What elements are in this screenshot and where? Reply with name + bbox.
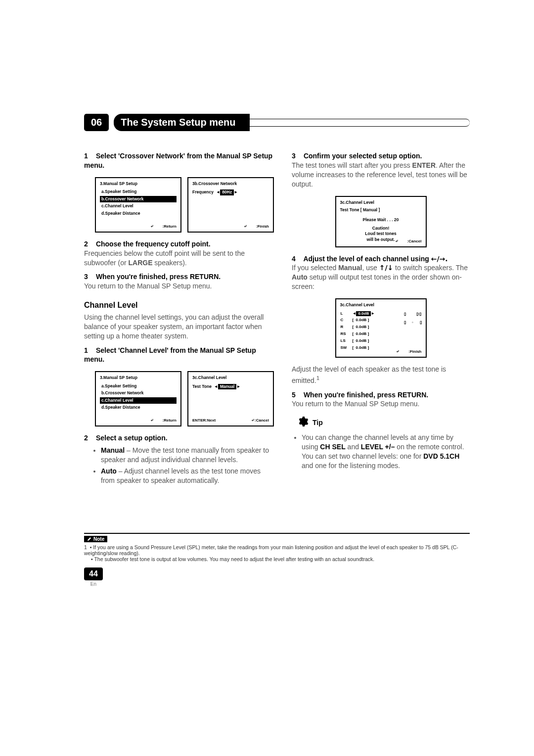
screen-title: 3.Manual SP Setup xyxy=(100,375,177,380)
footnote-line: • The subwoofer test tone is output at l… xyxy=(84,556,470,562)
step-heading: 5 When you're finished, press RETURN. xyxy=(292,390,470,400)
footer-label: ENTER:Next xyxy=(192,418,216,424)
footnote-line: 1 • If you are using a Sound Pressure Le… xyxy=(84,544,470,556)
osd-screen-crossover-network: 3b.Crossover Network Frequency ◄80Hz► ⤶:… xyxy=(187,177,274,233)
osd-screen-manual-sp-setup: 3.Manual SP Setup a.Speaker Setting b.Cr… xyxy=(95,371,181,426)
screen-title: 3c.Channel Level xyxy=(340,302,422,308)
step-title: When you're finished, press RETURN. xyxy=(304,391,428,399)
section-title: Channel Level xyxy=(84,300,274,311)
step-body: You return to the Manual SP Setup menu. xyxy=(292,399,470,409)
screen-title: 3b.Crossover Network xyxy=(192,181,269,187)
step-body: If you selected Manual, use ↑/↓ to switc… xyxy=(292,263,470,291)
step-body: You return to the Manual SP Setup menu. xyxy=(84,282,274,291)
field-label: Test Tone xyxy=(192,384,212,389)
arrow-icons: ←/→. xyxy=(431,255,448,263)
menu-item: c.Channel Level xyxy=(100,203,177,209)
return-icon: ⤶ xyxy=(150,418,154,424)
step-title: Confirm your selected setup option. xyxy=(304,152,422,160)
option-list: Manual – Move the test tone manually fro… xyxy=(84,446,274,485)
return-icon: ⤶ xyxy=(150,224,154,230)
step-heading: 2 Choose the frequency cutoff point. xyxy=(84,239,274,249)
note-label: Note xyxy=(93,536,104,542)
screen-menu: a.Speaker Setting b.Crossover Network c.… xyxy=(100,189,177,217)
note-flag: Note xyxy=(84,536,107,542)
chapter-number: 06 xyxy=(84,114,109,131)
step-heading: 1 Select 'Channel Level' from the Manual… xyxy=(84,346,274,365)
pencil-icon xyxy=(87,537,91,541)
field-value: 80Hz xyxy=(220,189,234,195)
list-item: Manual – Move the test tone manually fro… xyxy=(101,446,274,465)
page-language: En xyxy=(84,581,103,587)
step-heading: 3 When you're finished, press RETURN. xyxy=(84,272,274,282)
field-label: Frequency xyxy=(192,189,214,194)
return-icon: ⤶ xyxy=(396,349,400,355)
osd-screen-channel-levels: 3c.Channel Level L◄0.0dB► C[ 0.0dB ] R[ … xyxy=(335,298,427,358)
step-number: 3 xyxy=(84,272,94,282)
menu-item-selected: b.Crossover Network xyxy=(100,196,177,202)
table-row: RS[ 0.0dB ] xyxy=(340,331,376,337)
gear-icon xyxy=(297,416,309,430)
osd-screen-test-tone-wait: 3c.Channel Level Test Tone [ Manual ] Pl… xyxy=(335,196,427,247)
step-heading: 1 Select 'Crossover Network' from the Ma… xyxy=(84,151,274,170)
step-number: 2 xyxy=(84,433,94,443)
right-column: 3 Confirm your selected setup option. Th… xyxy=(292,148,470,488)
step-body: The test tones will start after you pres… xyxy=(292,161,470,189)
left-column: 1 Select 'Crossover Network' from the Ma… xyxy=(84,148,274,488)
table-row: R[ 0.0dB ] xyxy=(340,324,376,331)
step-number: 1 xyxy=(84,346,94,355)
field-value: Manual xyxy=(218,384,236,389)
footer-label: :Cancel xyxy=(407,239,422,244)
list-item: You can change the channel levels at any… xyxy=(302,433,470,471)
screen-line: Please Wait . . . 20 xyxy=(340,217,422,223)
step-body: Adjust the level of each speaker as the … xyxy=(292,365,470,385)
step-heading: 2 Select a setup option. xyxy=(84,433,274,443)
footer-label: :Cancel xyxy=(255,418,269,423)
screen-title: 3c.Channel Level xyxy=(192,375,269,380)
screen-title: 3c.Channel Level xyxy=(340,200,422,205)
chapter-title: The System Setup menu xyxy=(114,114,249,131)
step-body: Frequencies below the cutoff point will … xyxy=(84,249,274,268)
step-heading: 4 Adjust the level of each channel using… xyxy=(292,254,470,264)
footnote-number: 1 xyxy=(84,544,87,550)
step-heading: 3 Confirm your selected setup option. xyxy=(292,151,470,161)
speaker-layout-icon: ▯▯▫▯ ▯◦▯ xyxy=(404,311,422,325)
step-number: 5 xyxy=(292,390,302,400)
footer-label: :Finish xyxy=(408,349,421,355)
table-row: L◄0.0dB► xyxy=(340,311,376,317)
step-number: 2 xyxy=(84,239,94,249)
chapter-header: 06 The System Setup menu xyxy=(84,114,470,131)
page-footer: 44 En xyxy=(84,567,103,587)
return-icon: ⤶ xyxy=(395,239,399,244)
menu-item: b.Crossover Network xyxy=(100,390,177,396)
footnote-section: Note 1 • If you are using a Sound Pressu… xyxy=(84,533,470,562)
step-title: Select a setup option. xyxy=(96,434,168,442)
list-item: Auto – Adjust channel levels as the test… xyxy=(101,467,274,485)
return-icon: ⤶ xyxy=(244,224,247,230)
section-body: Using the channel level settings, you ca… xyxy=(84,313,274,341)
footer-label: :Return xyxy=(163,224,177,230)
footnote-ref: 1 xyxy=(316,375,319,381)
page-number: 44 xyxy=(84,567,103,580)
level-table: L◄0.0dB► C[ 0.0dB ] R[ 0.0dB ] RS[ 0.0dB… xyxy=(340,310,376,352)
step-title: Select 'Crossover Network' from the Manu… xyxy=(84,152,272,169)
menu-item: d.Speaker Distance xyxy=(100,404,177,411)
table-row: LS[ 0.0dB ] xyxy=(340,338,376,344)
screen-menu: a.Speaker Setting b.Crossover Network c.… xyxy=(100,383,177,411)
step-title: When you're finished, press RETURN. xyxy=(96,273,221,281)
menu-item-selected: c.Channel Level xyxy=(100,397,177,404)
menu-item: a.Speaker Setting xyxy=(100,383,177,389)
chapter-rule xyxy=(244,119,470,127)
tip-label: Tip xyxy=(312,418,323,427)
step-number: 3 xyxy=(292,151,302,161)
footer-label: :Return xyxy=(163,418,177,424)
table-row: C[ 0.0dB ] xyxy=(340,317,376,324)
osd-screen-channel-level: 3c.Channel Level Test Tone ◄Manual► ENTE… xyxy=(187,371,274,426)
step-title: Select 'Channel Level' from the Manual S… xyxy=(84,346,256,364)
osd-screen-manual-sp-setup: 3.Manual SP Setup a.Speaker Setting b.Cr… xyxy=(95,177,181,233)
screen-line: Test Tone [ Manual ] xyxy=(340,207,422,213)
step-number: 4 xyxy=(292,254,302,264)
screen-title: 3.Manual SP Setup xyxy=(100,181,177,187)
step-title: Choose the frequency cutoff point. xyxy=(96,240,211,248)
menu-item: d.Speaker Distance xyxy=(100,210,177,217)
step-title: Adjust the level of each channel using xyxy=(303,255,431,263)
